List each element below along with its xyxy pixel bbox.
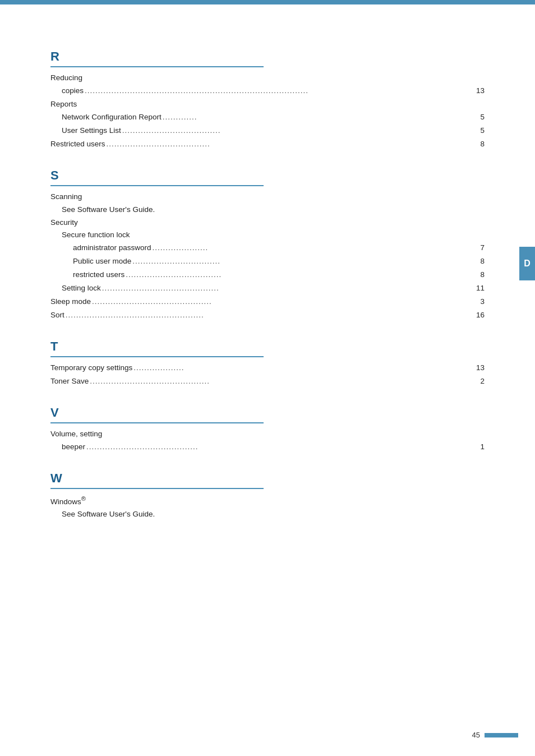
section-w: W Windows® See Software User's Guide. [50,471,485,521]
entry-label: Reports [50,98,77,111]
entry-dots: ........................................… [89,375,480,389]
list-item: Sleep mode .............................… [50,296,485,309]
section-header-s: S [50,168,485,186]
list-item: copies .................................… [50,85,485,98]
section-r: R Reducing copies ......................… [50,49,485,151]
page-number-area: 45 [472,731,518,739]
entry-label: Windows® [50,494,86,508]
list-item: Security [50,216,485,229]
entry-dots: ........................................… [85,441,480,454]
section-letter-s: S [50,168,485,183]
entry-page: 8 [480,269,485,282]
list-item: Scanning [50,191,485,204]
section-letter-t: T [50,339,485,354]
list-item: Volume, setting [50,428,485,441]
list-item: Network Configuration Report ...........… [50,111,485,125]
entry-page: 3 [480,296,485,308]
entry-page: 16 [476,309,485,322]
entry-page: 1 [480,441,485,454]
entry-label: Sort [50,309,64,322]
section-letter-v: V [50,405,485,420]
section-divider-r [50,66,264,67]
section-divider-t [50,356,264,357]
section-header-w: W [50,471,485,489]
list-item: beeper .................................… [50,441,485,454]
entry-dots: ........................................… [84,85,476,98]
entry-label: administrator password [50,242,151,255]
section-letter-r: R [50,49,485,64]
entry-label: Sleep mode [50,296,91,308]
section-t: T Temporary copy settings ..............… [50,339,485,389]
main-content: R Reducing copies ......................… [0,4,535,577]
section-divider-w [50,488,264,489]
entry-label: Temporary copy settings [50,362,132,375]
section-s: S Scanning See Software User's Guide. Se… [50,168,485,322]
top-bar [0,0,535,4]
page-number-bar [485,733,518,737]
entry-label: Restricted users [50,138,105,151]
list-item: User Settings List .....................… [50,125,485,138]
entry-page: 5 [480,111,485,124]
entry-label: Volume, setting [50,428,102,441]
list-item: Windows® [50,494,485,508]
page-number: 45 [472,731,480,739]
list-item: restricted users .......................… [50,269,485,282]
entry-page: 13 [476,362,485,375]
entry-label: See Software User's Guide. [50,204,155,216]
entry-label: Network Configuration Report [50,111,162,124]
entry-dots: ..................... [151,242,481,255]
list-item: Sort ...................................… [50,309,485,322]
entry-label: Secure function lock [50,229,130,242]
entry-dots: ....................................... [105,138,481,151]
section-letter-w: W [50,471,485,486]
section-v: V Volume, setting beeper ...............… [50,405,485,454]
section-header-v: V [50,405,485,423]
entry-dots: ........................................… [64,309,476,322]
entry-dots: ........................................… [101,282,476,296]
list-item: Reducing [50,72,485,85]
entry-label: Toner Save [50,375,89,388]
section-header-t: T [50,339,485,357]
entry-dots: ................................. [131,255,480,269]
section-header-r: R [50,49,485,67]
list-item: Public user mode .......................… [50,255,485,269]
entry-label: Setting lock [50,282,101,295]
entry-label: See Software User's Guide. [50,508,155,521]
section-divider-s [50,185,264,186]
entry-label: Security [50,216,78,229]
entry-dots: ..................................... [121,125,481,138]
entry-label: copies [50,85,84,98]
side-tab-label: D [524,259,531,269]
entry-label: Scanning [50,191,82,204]
entry-page: 8 [480,138,485,151]
entry-page: 8 [480,255,485,268]
list-item: Toner Save .............................… [50,375,485,389]
list-item: administrator password .................… [50,242,485,255]
list-item: Secure function lock [50,229,485,242]
list-item: Restricted users .......................… [50,138,485,151]
list-item: See Software User's Guide. [50,204,485,216]
entry-page: 5 [480,125,485,137]
entry-dots: ............. [162,111,481,125]
entry-page: 7 [480,242,485,255]
entry-page: 2 [480,375,485,388]
entry-label: Reducing [50,72,82,85]
entry-dots: ........................................… [91,296,480,309]
entry-page: 11 [476,282,485,295]
list-item: Setting lock ...........................… [50,282,485,296]
list-item: Reports [50,98,485,111]
entry-dots: ................... [132,362,476,375]
section-divider-v [50,422,264,423]
side-tab: D [519,247,535,280]
entry-label: beeper [50,441,85,454]
entry-label: User Settings List [50,125,121,137]
entry-label: Public user mode [50,255,131,268]
entry-label: restricted users [50,269,124,282]
list-item: Temporary copy settings ................… [50,362,485,375]
entry-page: 13 [476,85,485,98]
list-item: See Software User's Guide. [50,508,485,521]
entry-dots: .................................... [124,269,480,282]
